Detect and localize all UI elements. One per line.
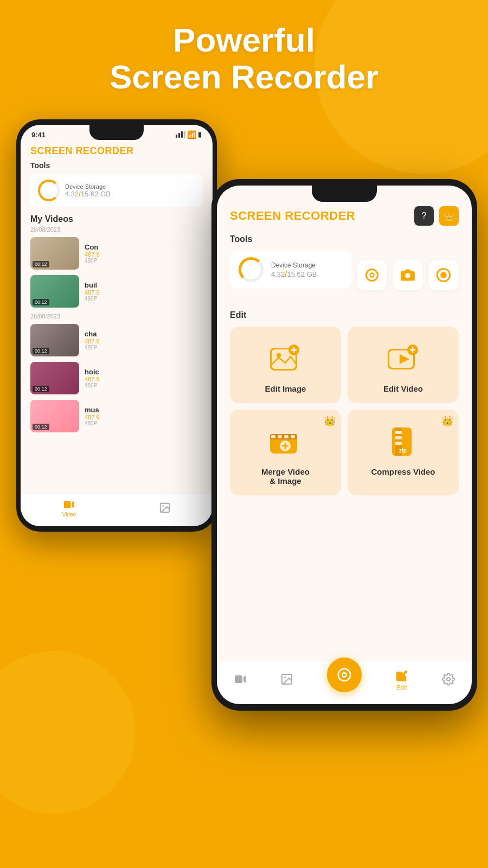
video-info-5: mus 487.9 480P xyxy=(85,406,203,426)
video-size-1: 487.9 xyxy=(85,251,203,258)
storage-text-back: Device Storage 4.32/15.62 GB xyxy=(65,183,111,198)
svg-point-37 xyxy=(343,673,346,676)
video-res-3: 480P xyxy=(85,344,203,350)
video-name-3: cha xyxy=(85,330,203,338)
merge-card[interactable]: 👑 xyxy=(230,410,341,495)
video-info-1: Con 487.9 480P xyxy=(85,243,203,264)
nav-settings-front[interactable] xyxy=(442,673,455,687)
tools-label-front: Tools xyxy=(230,234,459,244)
video-duration-5: 00:12 xyxy=(33,424,49,430)
edit-image-icon xyxy=(267,340,305,378)
video-item-4[interactable]: 00:12 hoic 487.9 480P xyxy=(30,362,203,394)
phone-back: 9:41 📶 ▮ SCREEN RECORDER Tools xyxy=(16,119,217,532)
nav-video-label-back: Video xyxy=(62,512,76,518)
video-info-3: cha 487.9 480P xyxy=(85,330,203,350)
video-thumb-5: 00:12 xyxy=(30,400,79,432)
phone-front-screen: SCREEN RECORDER ? 👑 Tools Device Storage… xyxy=(217,186,472,704)
my-videos-title: My Videos xyxy=(30,214,203,224)
phone-back-content: SCREEN RECORDER Tools Device Storage 4.3… xyxy=(21,141,213,442)
date-label-2: 28/08/2023 xyxy=(30,313,203,320)
record-button[interactable] xyxy=(428,260,459,290)
merge-icon xyxy=(267,423,305,461)
nav-video-front[interactable] xyxy=(234,673,247,687)
video-info-4: hoic 487.9 480P xyxy=(85,368,203,388)
edit-image-label: Edit Image xyxy=(265,384,306,393)
nav-gallery-back[interactable] xyxy=(159,502,171,515)
edit-section-label: Edit xyxy=(230,310,459,320)
storage-widget-back: Device Storage 4.32/15.62 GB xyxy=(30,174,203,207)
nav-video-back[interactable]: Video xyxy=(62,499,76,518)
svg-rect-20 xyxy=(271,435,275,438)
video-res-1: 480P xyxy=(85,258,203,264)
tools-label-back: Tools xyxy=(30,161,203,170)
video-thumb-1: 00:12 xyxy=(30,237,79,270)
video-info-2: buil 487.9 480P xyxy=(85,281,203,302)
video-item-1[interactable]: 00:12 Con 487.9 480P xyxy=(30,237,203,270)
wifi-icon: 📶 xyxy=(187,130,196,139)
svg-rect-29 xyxy=(395,442,402,445)
video-size-2: 487.9 xyxy=(85,289,203,296)
nav-gallery-front[interactable] xyxy=(280,673,293,687)
svg-rect-31 xyxy=(235,675,242,683)
phone-front: SCREEN RECORDER ? 👑 Tools Device Storage… xyxy=(211,179,477,711)
video-name-5: mus xyxy=(85,406,203,414)
edit-image-card[interactable]: Edit Image xyxy=(230,327,341,403)
merge-label: Merge Video& Image xyxy=(261,467,310,486)
screen-record-button[interactable] xyxy=(357,260,387,290)
svg-rect-22 xyxy=(284,435,288,438)
page-header: Powerful Screen Recorder xyxy=(0,22,488,95)
edit-video-card[interactable]: Edit Video xyxy=(348,327,459,403)
svg-rect-27 xyxy=(395,431,402,434)
edit-grid: Edit Image Edit Video xyxy=(230,327,459,495)
compress-card[interactable]: 👑 zip Compress Video xyxy=(348,410,459,495)
nav-edit-front[interactable]: Edit xyxy=(395,669,408,691)
header-line2: Screen Recorder xyxy=(0,59,488,95)
camera-button[interactable] xyxy=(393,260,423,290)
battery-icon: ▮ xyxy=(198,131,202,138)
status-time: 9:41 xyxy=(31,131,46,139)
compress-label: Compress Video xyxy=(371,467,435,476)
header-icons: ? 👑 xyxy=(414,206,459,226)
svg-rect-0 xyxy=(64,501,71,508)
video-item-3[interactable]: 00:12 cha 487.9 480P xyxy=(30,324,203,356)
video-duration-3: 00:12 xyxy=(33,348,49,354)
video-item-5[interactable]: 00:12 mus 487.9 480P xyxy=(30,400,203,432)
app-title-back: SCREEN RECORDER xyxy=(30,145,203,157)
svg-point-9 xyxy=(440,272,447,278)
video-thumb-2: 00:12 xyxy=(30,275,79,308)
edit-video-label: Edit Video xyxy=(383,384,423,393)
compress-crown-icon: 👑 xyxy=(441,415,453,427)
tools-storage-row: Device Storage 4.32/15.62 GB xyxy=(230,251,459,299)
svg-point-38 xyxy=(447,678,450,681)
phone-back-notch xyxy=(89,125,144,140)
storage-widget-front: Device Storage 4.32/15.62 GB xyxy=(230,251,351,289)
crown-button[interactable]: 👑 xyxy=(439,206,459,226)
svg-rect-28 xyxy=(395,436,402,439)
video-name-4: hoic xyxy=(85,368,203,376)
phone-front-nav: Edit xyxy=(217,661,472,704)
video-item-2[interactable]: 00:12 buil 487.9 480P xyxy=(30,275,203,308)
svg-point-34 xyxy=(284,676,286,678)
svg-point-6 xyxy=(371,274,374,277)
svg-point-7 xyxy=(405,273,410,278)
phone-back-nav: Video xyxy=(21,494,213,526)
video-duration-4: 00:12 xyxy=(33,386,49,392)
edit-video-icon xyxy=(384,340,422,378)
date-label-1: 28/08/2023 xyxy=(30,226,203,233)
video-duration-1: 00:12 xyxy=(33,261,49,267)
video-size-4: 487.9 xyxy=(85,376,203,382)
nav-center-record-button[interactable] xyxy=(327,658,362,692)
help-button[interactable]: ? xyxy=(414,206,434,226)
storage-circle-front xyxy=(239,257,264,282)
video-name-2: buil xyxy=(85,281,203,289)
video-name-1: Con xyxy=(85,243,203,251)
video-duration-2: 00:12 xyxy=(33,299,49,305)
app-title-front: SCREEN RECORDER xyxy=(230,209,355,223)
nav-edit-label-front: Edit xyxy=(397,684,407,691)
storage-circle-back xyxy=(38,180,60,201)
video-size-5: 487.9 xyxy=(85,414,203,420)
signal-icons: 📶 ▮ xyxy=(176,130,202,139)
video-res-5: 480P xyxy=(85,420,203,426)
video-thumb-3: 00:12 xyxy=(30,324,79,356)
svg-marker-32 xyxy=(243,675,246,683)
